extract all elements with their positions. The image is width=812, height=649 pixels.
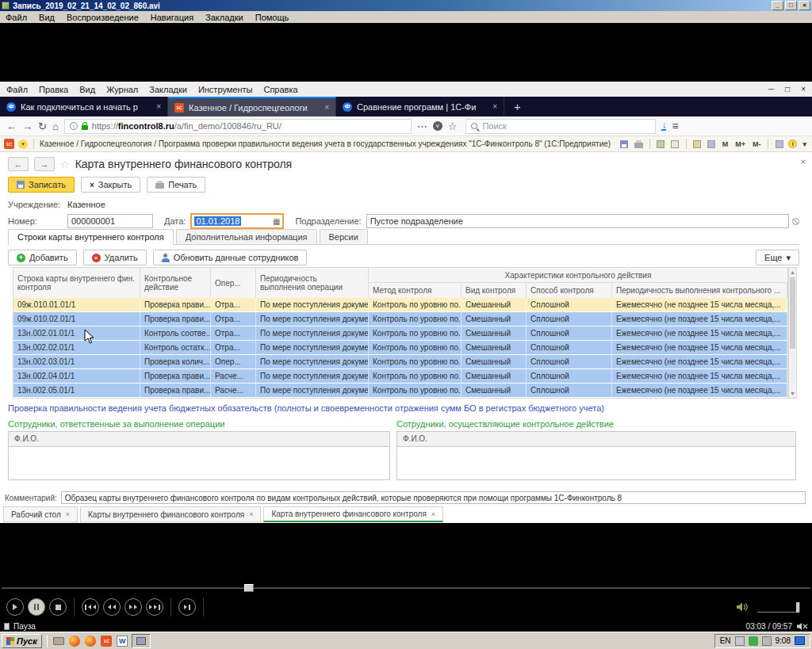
- browser-menu-help[interactable]: Справка: [263, 85, 297, 94]
- browser-close-button[interactable]: ×: [801, 85, 806, 94]
- network-tray-icon[interactable]: [795, 636, 805, 645]
- browser-menu-bookmarks[interactable]: Закладки: [149, 85, 187, 94]
- split-view-icon[interactable]: [774, 139, 784, 149]
- antivirus-tray-icon[interactable]: [749, 636, 758, 646]
- calendar-icon[interactable]: [707, 139, 717, 149]
- col-header[interactable]: Контрольное действие: [140, 268, 211, 298]
- save-icon[interactable]: [619, 139, 630, 149]
- col-header[interactable]: Периодичность выполнения контрольного ..…: [612, 283, 787, 298]
- menu-file[interactable]: Файл: [6, 13, 27, 22]
- quicklaunch-briefcase-icon[interactable]: [52, 634, 66, 647]
- step-button[interactable]: [178, 598, 196, 616]
- browser-restore-button[interactable]: □: [785, 85, 790, 94]
- table-row[interactable]: 13н.002.03.01/1Проверка колич...Опер...П…: [13, 355, 787, 369]
- tab-close-icon[interactable]: ×: [249, 510, 253, 518]
- table-scrollbar[interactable]: ▲ ▼: [788, 267, 797, 399]
- quicklaunch-firefox-icon-2[interactable]: [84, 634, 98, 647]
- restore-button[interactable]: □: [785, 1, 797, 10]
- table-row[interactable]: 09ж.010.02.01/1Проверка прави...Отра...П…: [13, 312, 787, 326]
- home-icon[interactable]: ⌂: [52, 120, 59, 132]
- add-button[interactable]: + Добавить: [8, 250, 77, 265]
- comment-input[interactable]: [61, 491, 806, 504]
- form-close-icon[interactable]: ×: [801, 157, 806, 166]
- forward-icon[interactable]: →: [22, 120, 33, 132]
- active-task-player-button[interactable]: [132, 634, 151, 648]
- table-row[interactable]: 09ж.010.01.01/1Проверка прави...Отра...П…: [13, 298, 787, 312]
- browser-tab-3[interactable]: Ф Сравнение программ | 1С-Фи ×: [336, 97, 504, 116]
- seek-bar[interactable]: [0, 583, 812, 593]
- more-button[interactable]: Еще ▾: [756, 250, 799, 265]
- scroll-up-icon[interactable]: ▲: [789, 268, 796, 277]
- fio-empty-body[interactable]: [8, 447, 390, 480]
- rewind-button[interactable]: [103, 598, 121, 616]
- refresh-employees-button[interactable]: Обновить данные сотрудников: [153, 250, 308, 265]
- department-attach-icon[interactable]: [792, 218, 799, 225]
- video-frame[interactable]: Файл Правка Вид Журнал Закладки Инструме…: [0, 23, 812, 583]
- window-tab-desktop[interactable]: Рабочий стол ×: [3, 506, 78, 522]
- tab-close-icon[interactable]: ×: [66, 510, 70, 518]
- keyboard-tray-icon[interactable]: [735, 636, 745, 646]
- start-button[interactable]: Пуск: [2, 634, 42, 648]
- number-input[interactable]: [67, 214, 153, 228]
- play-button[interactable]: [6, 598, 24, 616]
- menu-navigation[interactable]: Навигация: [151, 13, 193, 22]
- quicklaunch-word-icon[interactable]: W: [116, 634, 129, 647]
- removable-media-tray-icon[interactable]: [762, 636, 772, 646]
- hamburger-menu-icon[interactable]: ≡: [672, 120, 678, 132]
- tab-versions[interactable]: Версии: [320, 229, 368, 244]
- minimize-button[interactable]: _: [772, 1, 783, 10]
- memory-mminus-button[interactable]: M-: [751, 140, 763, 148]
- table-row[interactable]: 13н.002.05.01/1Проверка прави...Расче...…: [13, 384, 787, 398]
- scroll-down-icon[interactable]: ▼: [789, 389, 796, 398]
- back-icon[interactable]: ←: [6, 120, 17, 132]
- col-header[interactable]: Строка карты внутреннего фин. контроля: [13, 268, 140, 298]
- volume-slider[interactable]: [756, 601, 801, 613]
- tab-close-icon[interactable]: ×: [156, 102, 161, 111]
- fio-empty-body[interactable]: [396, 447, 796, 480]
- browser-minimize-button[interactable]: ─: [768, 85, 774, 94]
- col-header[interactable]: Метод контроля: [369, 283, 462, 298]
- fast-forward-button[interactable]: [124, 598, 142, 616]
- menu-view[interactable]: Вид: [39, 13, 55, 22]
- form-back-button[interactable]: ←: [8, 157, 29, 171]
- print-preview-icon[interactable]: [670, 139, 680, 149]
- memory-mplus-button[interactable]: M+: [733, 140, 747, 148]
- menu-bookmarks[interactable]: Закладки: [205, 13, 243, 22]
- browser-tab-1[interactable]: Ф Как подключиться и начать р ×: [0, 97, 168, 116]
- form-forward-button[interactable]: →: [34, 157, 55, 171]
- seek-handle[interactable]: [244, 584, 254, 592]
- url-bar[interactable]: i https://fincontrol8.ru/a/fin_demo/1008…: [64, 119, 412, 134]
- table-row[interactable]: 13н.002.02.01/1Контроль остатк...Отра...…: [13, 341, 787, 355]
- col-header[interactable]: Опер...: [211, 268, 256, 298]
- pocket-icon[interactable]: v: [433, 121, 442, 131]
- institution-value[interactable]: Казенное: [67, 200, 105, 209]
- browser-menu-edit[interactable]: Правка: [39, 85, 68, 94]
- pause-button[interactable]: [28, 598, 45, 616]
- quicklaunch-onec-icon[interactable]: 1С: [100, 634, 113, 647]
- search-input[interactable]: Поиск: [465, 119, 656, 134]
- info-caret-icon[interactable]: ▾: [801, 140, 808, 148]
- browser-menu-tools[interactable]: Инструменты: [198, 85, 253, 94]
- col-header[interactable]: Вид контроля: [462, 283, 527, 298]
- downloads-icon[interactable]: ↓: [661, 121, 666, 131]
- new-tab-button[interactable]: +: [504, 97, 530, 116]
- volume-icon[interactable]: [736, 601, 749, 613]
- scroll-thumb[interactable]: [790, 277, 795, 349]
- main-menu-icon[interactable]: ▾: [18, 139, 28, 149]
- ssl-lock-icon[interactable]: [82, 125, 88, 130]
- browser-menu-file[interactable]: Файл: [6, 85, 28, 94]
- save-button[interactable]: Записать: [8, 177, 75, 193]
- tab-close-icon[interactable]: ×: [492, 102, 497, 111]
- tab-close-icon[interactable]: ×: [324, 103, 329, 112]
- page-actions-icon[interactable]: ⋯: [417, 120, 427, 132]
- table-row[interactable]: 13н.002.04.01/1Проверка прави...Расче...…: [13, 369, 787, 384]
- previous-button[interactable]: [82, 598, 99, 616]
- browser-tab-2-active[interactable]: 1С Казенное / Гидроспецгеологи ×: [168, 97, 336, 116]
- close-button[interactable]: ×: [799, 1, 810, 10]
- export-icon[interactable]: [656, 139, 666, 149]
- close-form-button[interactable]: × Закрыть: [81, 177, 140, 193]
- next-button[interactable]: [146, 598, 163, 616]
- tab-rows[interactable]: Строки карты внутреннего контроля: [8, 229, 174, 245]
- calculator-icon[interactable]: [692, 139, 703, 149]
- stop-button[interactable]: [49, 598, 67, 616]
